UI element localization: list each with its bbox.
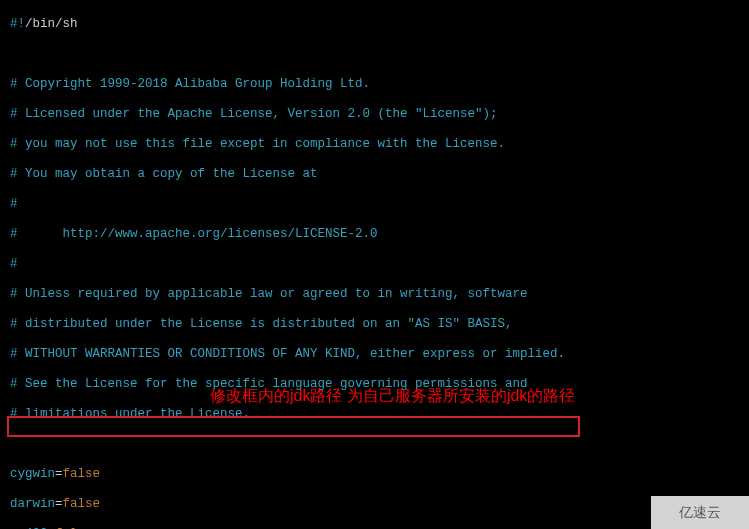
comment: # you may not use this file except in co… <box>10 137 505 151</box>
comment: # See the License for the specific langu… <box>10 377 528 391</box>
comment: # limitations under the License. <box>10 407 250 421</box>
comment: # Unless required by applicable law or a… <box>10 287 528 301</box>
comment: # Licensed under the Apache License, Ver… <box>10 107 498 121</box>
line-shebang: #!/bin/sh <box>10 17 749 32</box>
comment: # distributed under the License is distr… <box>10 317 513 331</box>
comment: # <box>10 257 18 271</box>
terminal-output: #!/bin/sh # Copyright 1999-2018 Alibaba … <box>0 0 749 529</box>
comment: # Copyright 1999-2018 Alibaba Group Hold… <box>10 77 370 91</box>
comment: # You may obtain a copy of the License a… <box>10 167 318 181</box>
comment: # WITHOUT WARRANTIES OR CONDITIONS OF AN… <box>10 347 565 361</box>
comment: # <box>10 197 18 211</box>
comment: # http://www.apache.org/licenses/LICENSE… <box>10 227 378 241</box>
